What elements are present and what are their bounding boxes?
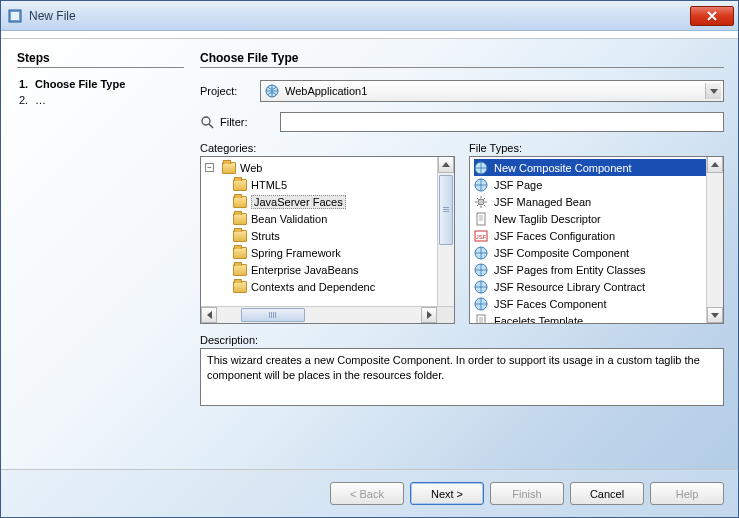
filetype-label: JSF Faces Configuration — [492, 230, 617, 242]
filetype-label: Facelets Template — [492, 315, 585, 325]
filetype-label: New Taglib Descriptor — [492, 213, 603, 225]
categories-column: Categories: −WebHTML5JavaServer FacesBea… — [200, 142, 455, 324]
globe-icon — [474, 161, 488, 175]
filetype-item[interactable]: Facelets Template — [474, 312, 723, 324]
category-item[interactable]: HTML5 — [205, 176, 454, 193]
filetype-item[interactable]: JSF Managed Bean — [474, 193, 723, 210]
globe-icon — [474, 246, 488, 260]
jsf-icon: JSF — [474, 229, 488, 243]
document-icon — [474, 212, 488, 226]
category-item[interactable]: Enterprise JavaBeans — [205, 261, 454, 278]
app-icon — [7, 8, 23, 24]
titlebar[interactable]: New File — [1, 1, 738, 31]
globe-icon — [474, 263, 488, 277]
description-textbox: This wizard creates a new Composite Comp… — [200, 348, 724, 406]
globe-icon — [474, 297, 488, 311]
filetype-label: JSF Resource Library Contract — [492, 281, 647, 293]
filetype-item[interactable]: New Taglib Descriptor — [474, 210, 723, 227]
scroll-up-button[interactable] — [707, 157, 723, 173]
filetype-item[interactable]: JSF Pages from Entity Classes — [474, 261, 723, 278]
filetypes-label: File Types: — [469, 142, 724, 154]
category-label: Spring Framework — [251, 247, 341, 259]
category-item[interactable]: Struts — [205, 227, 454, 244]
filetype-label: JSF Pages from Entity Classes — [492, 264, 648, 276]
filetypes-column: File Types: New Composite ComponentJSF P… — [469, 142, 724, 324]
category-label: Contexts and Dependenc — [251, 281, 375, 293]
step-item: 1.Choose File Type — [17, 76, 184, 92]
filetype-item[interactable]: JSFJSF Faces Configuration — [474, 227, 723, 244]
project-value: WebApplication1 — [285, 85, 367, 97]
finish-button[interactable]: Finish — [490, 482, 564, 505]
new-file-dialog: New File Steps 1.Choose File Type 2.… Ch… — [0, 0, 739, 518]
filter-row: Filter: — [200, 112, 724, 132]
scrollbar-vertical[interactable] — [706, 157, 723, 323]
filetype-item[interactable]: JSF Page — [474, 176, 723, 193]
steps-list: 1.Choose File Type 2.… — [17, 76, 184, 108]
category-item[interactable]: Spring Framework — [205, 244, 454, 261]
globe-icon — [265, 84, 279, 98]
filter-input[interactable] — [280, 112, 724, 132]
category-item[interactable]: Bean Validation — [205, 210, 454, 227]
filetypes-listbox[interactable]: New Composite ComponentJSF PageJSF Manag… — [469, 156, 724, 324]
category-item[interactable]: JavaServer Faces — [205, 193, 454, 210]
tree-toggle-icon[interactable]: − — [205, 163, 214, 172]
filetype-item[interactable]: JSF Composite Component — [474, 244, 723, 261]
project-select[interactable]: WebApplication1 — [260, 80, 724, 102]
svg-text:JSF: JSF — [476, 234, 487, 240]
filetype-item[interactable]: JSF Resource Library Contract — [474, 278, 723, 295]
cancel-button[interactable]: Cancel — [570, 482, 644, 505]
back-button[interactable]: < Back — [330, 482, 404, 505]
category-label: HTML5 — [251, 179, 287, 191]
description-label: Description: — [200, 334, 258, 346]
lists-row: Categories: −WebHTML5JavaServer FacesBea… — [200, 142, 724, 324]
next-button[interactable]: Next > — [410, 482, 484, 505]
steps-heading: Steps — [17, 51, 184, 68]
steps-panel: Steps 1.Choose File Type 2.… — [1, 39, 196, 469]
folder-icon — [233, 247, 247, 259]
folder-icon — [233, 281, 247, 293]
scroll-up-button[interactable] — [438, 157, 454, 173]
help-button[interactable]: Help — [650, 482, 724, 505]
category-label: Bean Validation — [251, 213, 327, 225]
scroll-thumb-h[interactable] — [241, 308, 305, 322]
project-label: Project: — [200, 85, 254, 97]
folder-icon — [233, 230, 247, 242]
close-button[interactable] — [690, 6, 734, 26]
scroll-down-button[interactable] — [707, 307, 723, 323]
svg-rect-8 — [477, 213, 485, 225]
categories-label: Categories: — [200, 142, 455, 154]
filter-label: Filter: — [220, 116, 274, 128]
svg-rect-1 — [11, 12, 19, 20]
titlebar-strip — [1, 31, 738, 39]
document-icon — [474, 314, 488, 325]
filetype-label: JSF Managed Bean — [492, 196, 593, 208]
filetype-item[interactable]: New Composite Component — [474, 159, 723, 176]
scroll-thumb[interactable] — [439, 175, 453, 245]
category-item[interactable]: −Web — [205, 159, 454, 176]
filetype-label: JSF Faces Component — [492, 298, 609, 310]
step-item: 2.… — [17, 92, 184, 108]
project-row: Project: WebApplication1 — [200, 80, 724, 102]
magnifier-icon — [200, 115, 214, 129]
scrollbar-horizontal[interactable] — [201, 306, 454, 323]
dialog-body: Steps 1.Choose File Type 2.… Choose File… — [1, 39, 738, 469]
button-bar: < Back Next > Finish Cancel Help — [1, 469, 738, 517]
globe-icon — [474, 178, 488, 192]
filetype-label: New Composite Component — [492, 162, 634, 174]
close-icon — [706, 11, 718, 21]
folder-icon — [233, 264, 247, 276]
scroll-right-button[interactable] — [421, 307, 437, 323]
scroll-left-button[interactable] — [201, 307, 217, 323]
category-item[interactable]: Contexts and Dependenc — [205, 278, 454, 295]
category-label: JavaServer Faces — [251, 195, 346, 209]
scrollbar-vertical[interactable] — [437, 157, 454, 306]
category-label: Enterprise JavaBeans — [251, 264, 359, 276]
categories-listbox[interactable]: −WebHTML5JavaServer FacesBean Validation… — [200, 156, 455, 324]
svg-line-4 — [209, 124, 213, 128]
filetype-item[interactable]: JSF Faces Component — [474, 295, 723, 312]
category-label: Web — [240, 162, 262, 174]
svg-point-7 — [478, 199, 484, 205]
dropdown-arrow-icon[interactable] — [705, 83, 721, 99]
folder-icon — [222, 162, 236, 174]
description-block: Description: This wizard creates a new C… — [200, 334, 724, 406]
